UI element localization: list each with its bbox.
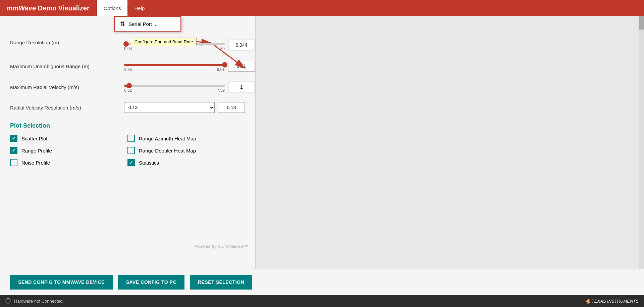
serial-port-label: Serial Port ... bbox=[128, 21, 158, 27]
status-bar: Hardware not Connected. 🐴 TEXAS INSTRUME… bbox=[0, 295, 644, 307]
noise-profile-checkbox[interactable] bbox=[10, 159, 17, 166]
range-resolution-value[interactable]: 0.044 bbox=[228, 40, 255, 50]
max-unambiguous-range-label: Maximum Unambiguous Range (m) bbox=[10, 63, 124, 69]
menu-help[interactable]: Help bbox=[127, 0, 151, 16]
radial-velocity-resolution-row: Radial Velocity Resolution (m/s) 0.13 0.… bbox=[10, 102, 245, 113]
range-azimuth-row: Range Azimuth Heat Map bbox=[127, 135, 245, 142]
max-radial-velocity-label: Maximum Radial Velocity (m/s) bbox=[10, 84, 124, 90]
radial-velocity-resolution-select[interactable]: 0.13 0.26 0.52 bbox=[124, 102, 215, 113]
serial-port-menu-item[interactable]: ⇅ Serial Port ... bbox=[115, 17, 180, 31]
statistics-row: ✓ Statistics bbox=[127, 159, 245, 166]
reset-selection-button[interactable]: RESET SELECTION bbox=[190, 275, 252, 290]
max-radial-velocity-max: 7.59 bbox=[217, 88, 225, 93]
serial-port-icon: ⇅ bbox=[120, 20, 125, 28]
max-unambiguous-range-max: 9.01 bbox=[217, 67, 225, 72]
loading-spinner bbox=[5, 298, 11, 304]
range-azimuth-checkbox[interactable] bbox=[127, 135, 135, 142]
ti-logo: 🐴 TEXAS INSTRUMENTS bbox=[585, 299, 639, 304]
max-radial-velocity-value[interactable]: 1 bbox=[228, 82, 255, 92]
max-radial-velocity-slider[interactable] bbox=[124, 85, 225, 87]
max-unambiguous-range-slider-container: 3.95 9.01 bbox=[124, 60, 225, 72]
range-resolution-max: 30 bbox=[220, 46, 225, 51]
scrollbar[interactable] bbox=[639, 16, 644, 269]
max-radial-velocity-min: 0.32 bbox=[124, 88, 132, 93]
max-radial-velocity-row: Maximum Radial Velocity (m/s) 0.32 7.59 … bbox=[10, 81, 245, 93]
statistics-check-icon: ✓ bbox=[129, 160, 133, 165]
main-content: ⇅ Serial Port ... Configure Port and Bau… bbox=[0, 16, 644, 269]
range-profile-check-icon: ✓ bbox=[12, 148, 16, 153]
max-unambiguous-range-slider[interactable] bbox=[124, 64, 225, 66]
range-profile-label: Range Profile bbox=[21, 148, 52, 154]
plot-selection-title: Plot Selection bbox=[10, 122, 245, 129]
scatter-plot-row: ✓ Scatter Plot bbox=[10, 135, 127, 142]
range-resolution-min: 0.04 bbox=[124, 46, 132, 51]
range-profile-row: ✓ Range Profile bbox=[10, 147, 127, 154]
range-profile-checkbox[interactable]: ✓ bbox=[10, 147, 17, 154]
statistics-checkbox[interactable]: ✓ bbox=[127, 159, 135, 166]
left-panel: ⇅ Serial Port ... Configure Port and Bau… bbox=[0, 16, 255, 269]
radial-velocity-resolution-dropdown-container: 0.13 0.26 0.52 bbox=[124, 102, 215, 113]
send-config-button[interactable]: SEND CONFIG TO MMWAVE DEVICE bbox=[10, 275, 113, 290]
radial-velocity-resolution-value[interactable]: 0.13 bbox=[218, 102, 245, 113]
serial-port-dropdown-menu: ⇅ Serial Port ... bbox=[114, 16, 181, 32]
header-menu: Options Help bbox=[97, 0, 152, 16]
scatter-plot-check-icon: ✓ bbox=[12, 136, 16, 141]
plot-selection-grid: ✓ Scatter Plot Range Azimuth Heat Map ✓ … bbox=[10, 135, 245, 166]
statistics-label: Statistics bbox=[139, 160, 159, 166]
right-panel bbox=[255, 16, 644, 269]
scatter-plot-checkbox[interactable]: ✓ bbox=[10, 135, 17, 142]
max-unambiguous-range-value[interactable]: 9.01 bbox=[228, 61, 255, 72]
save-config-button[interactable]: SAVE CONFIG TO PC bbox=[118, 275, 184, 290]
scatter-plot-label: Scatter Plot bbox=[21, 136, 48, 141]
plot-selection-section: Plot Selection ✓ Scatter Plot Range Azim… bbox=[10, 122, 245, 166]
bottom-bar: SEND CONFIG TO MMWAVE DEVICE SAVE CONFIG… bbox=[0, 269, 644, 295]
max-unambiguous-range-min: 3.95 bbox=[124, 67, 132, 72]
range-resolution-label: Range Resolution (m) bbox=[10, 40, 124, 45]
status-message: Hardware not Connected. bbox=[14, 299, 64, 304]
radial-velocity-resolution-label: Radial Velocity Resolution (m/s) bbox=[10, 105, 124, 111]
app-header: mmWave Demo Visualizer Options Help bbox=[0, 0, 644, 16]
range-doppler-label: Range Doppler Heat Map bbox=[139, 148, 196, 154]
range-doppler-row: Range Doppler Heat Map bbox=[127, 147, 245, 154]
menu-options[interactable]: Options bbox=[97, 0, 128, 16]
scrollbar-thumb[interactable] bbox=[639, 16, 644, 30]
max-radial-velocity-slider-container: 0.32 7.59 bbox=[124, 81, 225, 93]
max-unambiguous-range-row: Maximum Unambiguous Range (m) 3.95 9.01 … bbox=[10, 60, 245, 72]
noise-profile-label: Noise Profile bbox=[21, 160, 50, 166]
powered-by: Powered By GUI Composer™ bbox=[195, 244, 248, 249]
tooltip-configure-port: Configure Port and Baud Rate bbox=[131, 38, 197, 46]
range-doppler-checkbox[interactable] bbox=[127, 147, 135, 154]
range-azimuth-label: Range Azimuth Heat Map bbox=[139, 136, 196, 141]
app-title: mmWave Demo Visualizer bbox=[0, 0, 97, 16]
range-resolution-row: Range Resolution (m) 0.04 30 0.044 bbox=[10, 40, 245, 51]
noise-profile-row: Noise Profile bbox=[10, 159, 127, 166]
status-left: Hardware not Connected. bbox=[5, 298, 64, 304]
